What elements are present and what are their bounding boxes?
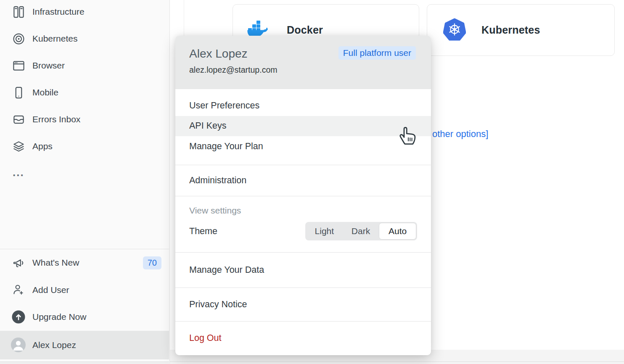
inbox-icon — [12, 113, 25, 126]
sidebar-item-infrastructure[interactable]: Infrastructure — [0, 0, 169, 25]
user-type-badge: Full platform user — [338, 46, 416, 60]
menu-item-user-preferences[interactable]: User Preferences — [175, 95, 431, 116]
sidebar-item-upgrade-now[interactable]: Upgrade Now — [0, 303, 169, 331]
menu-item-manage-your-data[interactable]: Manage Your Data — [175, 260, 264, 280]
sidebar: Infrastructure Kubernetes — [0, 0, 170, 364]
sidebar-user-row[interactable]: Alex Lopez — [0, 331, 169, 359]
content-bottom-line — [170, 361, 624, 362]
avatar — [11, 338, 26, 352]
user-menu-group-view-settings: View settings Theme Light Dark Auto — [175, 196, 431, 253]
theme-option-auto[interactable]: Auto — [379, 223, 416, 240]
sidebar-item-apps[interactable]: Apps — [0, 133, 169, 160]
kubernetes-logo-icon — [443, 18, 466, 42]
add-user-icon — [12, 283, 25, 297]
theme-row: Theme Light Dark Auto — [175, 218, 431, 244]
user-menu-group-logout: Log Out — [175, 322, 431, 355]
theme-label: Theme — [189, 226, 217, 237]
target-icon — [12, 32, 25, 45]
user-menu-group-data: Manage Your Data — [175, 253, 431, 288]
sidebar-user-name: Alex Lopez — [32, 340, 76, 350]
sidebar-item-errors-inbox[interactable]: Errors Inbox — [0, 106, 169, 133]
sidebar-item-mobile[interactable]: Mobile — [0, 79, 169, 106]
docker-card-title: Docker — [287, 24, 323, 36]
sidebar-nav-bottom: What's New 70 Add User — [0, 249, 169, 359]
sidebar-item-browser[interactable]: Browser — [0, 52, 169, 79]
sidebar-nav-top: Infrastructure Kubernetes — [0, 0, 169, 160]
menu-item-api-keys[interactable]: API Keys — [175, 116, 431, 137]
kubernetes-card-title: Kubernetes — [481, 24, 540, 36]
theme-option-light[interactable]: Light — [306, 223, 343, 240]
app-root: Docker Kubernetes other options] — [0, 0, 624, 364]
other-options-link[interactable]: other options] — [432, 129, 488, 140]
theme-option-dark[interactable]: Dark — [343, 223, 379, 240]
user-menu-group-admin: Administration — [175, 165, 431, 196]
content-panel-divider — [184, 0, 184, 36]
whats-new-count-badge: 70 — [143, 256, 161, 269]
menu-item-administration[interactable]: Administration — [175, 170, 246, 191]
user-menu-group-privacy: Privacy Notice — [175, 288, 431, 322]
browser-icon — [12, 59, 25, 72]
sidebar-item-kubernetes[interactable]: Kubernetes — [0, 25, 169, 52]
user-menu-dropdown: Alex Lopez alez.lopez@startup.com Full p… — [175, 36, 431, 355]
sidebar-item-whats-new[interactable]: What's New 70 — [0, 249, 169, 277]
servers-icon — [12, 5, 25, 18]
menu-item-manage-your-plan[interactable]: Manage Your Plan — [175, 136, 431, 157]
user-menu-email: alez.lopez@startup.com — [189, 65, 417, 75]
user-menu-header: Alex Lopez alez.lopez@startup.com Full p… — [175, 36, 431, 89]
menu-item-privacy-notice[interactable]: Privacy Notice — [175, 294, 247, 315]
sidebar-item-add-user[interactable]: Add User — [0, 277, 169, 304]
upgrade-arrow-icon — [12, 310, 25, 324]
menu-item-log-out[interactable]: Log Out — [175, 328, 222, 348]
theme-segmented-control: Light Dark Auto — [305, 222, 417, 240]
user-menu-group-account: User Preferences API Keys Manage Your Pl… — [175, 89, 431, 165]
sidebar-more-button[interactable]: ... — [13, 162, 24, 182]
megaphone-icon — [12, 256, 25, 269]
kubernetes-card[interactable]: Kubernetes — [427, 4, 615, 56]
mobile-icon — [12, 86, 25, 99]
sidebar-bottom-fill — [0, 362, 169, 364]
layers-icon — [12, 140, 25, 153]
view-settings-label: View settings — [175, 203, 431, 218]
